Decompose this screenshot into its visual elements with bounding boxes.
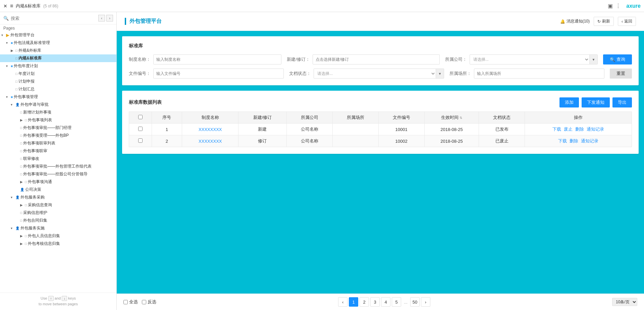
company-select-arrow: ▼ [589,55,597,64]
tree-item-matter-list[interactable]: ▶ □ 外包事项列表 [0,116,116,124]
menu-icon[interactable]: ≡ [10,3,13,9]
tree-item-laws[interactable]: ▾ ■ 外包法规及标准管理 [0,39,116,47]
company-select[interactable]: 请选择... [470,55,589,64]
page-btn-5[interactable]: 5 [392,297,401,307]
page-btn-2[interactable]: 2 [360,297,369,307]
footer-keys-text: keys [68,296,76,300]
tree-item-joint-modify[interactable]: □ 联审修改 [0,155,116,163]
export-button[interactable]: 导出 [612,97,632,107]
file-no-input[interactable] [153,69,284,79]
system-name-link[interactable]: XXXXXXXX [199,127,222,132]
action-link-通知记录[interactable]: 通知记录 [587,126,604,132]
location-input[interactable] [474,69,604,79]
nav-next-btn[interactable]: › [106,15,113,21]
notification-btn[interactable]: 🔔 消息通知(10) [560,18,590,24]
brand-logo: axure [626,3,641,9]
page-next-btn[interactable]: › [421,297,430,307]
action-link-下载[interactable]: 下载 [558,138,567,144]
folder-icon: ▶ [6,33,9,38]
tree-item-external-lib[interactable]: ▶ □ 外规&外标库 [0,47,116,54]
action-link-删除[interactable]: 删除 [570,138,578,144]
content-header: 外包管理平台 🔔 消息通知(10) ↻ 刷新 ‹ 返回 [117,12,644,31]
tree-item-approve-dept[interactable]: □ 外包事项审批——部门经理 [0,124,116,132]
tree-item-accept-bp[interactable]: □ 外包事项受理——外包BP [0,132,116,139]
row-checkbox [129,124,152,135]
tree-item-matters-mgmt[interactable]: ▾ ■ 外包事项管理 [0,93,116,101]
add-button[interactable]: 添加 [559,97,579,107]
tree-item-eval-info[interactable]: ▶ □ 外包考核信息归集 [0,240,116,248]
tree-item-internal-lib[interactable]: □ 内规&标准库 [0,54,116,62]
select-all-label[interactable]: 全选 [123,299,138,305]
pagination-bar: 全选 反选 ‹ 1 2 3 4 5 ... 50 › 10条/ [117,294,644,310]
form-actions-1: 🔍 查询 [603,54,632,64]
invert-select-checkbox[interactable] [142,300,146,304]
field-new-modify: 新建/修订： [287,54,439,64]
page-size-dropdown[interactable]: 10条/页 20条/页 50条/页 [612,298,637,306]
tree-item-contract-collect[interactable]: □ 外包合同归集 [0,217,116,224]
tree-item-approve-holding[interactable]: □ 外包事项审批——控股公司分管领导 [0,170,116,178]
page-size-select: 10条/页 20条/页 50条/页 [612,298,637,306]
tree-item-apply-approve[interactable]: ▾ 👤 外包申请与审批 [0,101,116,108]
new-modify-input[interactable] [313,54,440,64]
tree-item-plan-report[interactable]: □ 计划申报 [0,78,116,85]
sidebar-search-bar: 🔍 ‹ › [0,12,116,25]
action-link-通知记录[interactable]: 通知记录 [581,138,598,144]
table-actions: 添加 下发通知 导出 [559,97,632,107]
layout-icon[interactable]: ▣ [608,3,613,9]
nav-prev-btn[interactable]: ‹ [98,15,105,21]
tree-item-procurement-maintain[interactable]: □ 采购信息维护 [0,209,116,217]
tree-item-staff-info[interactable]: ▶ □ 外包人员信息归集 [0,232,116,240]
th-file-no: 文件编号 [378,112,424,124]
tree-item-annual-plan[interactable]: ▾ ■ 外包年度计划 [0,62,116,70]
select-all-checkbox-bottom[interactable] [123,300,128,304]
search-form: 制度名称： 新建/修订： 所属公司： [129,54,632,79]
bell-icon: 🔔 [560,19,565,24]
doc-status-select[interactable]: 请选择... [314,69,436,78]
tree-item-matter-comm[interactable]: ▶ □ 外包事项沟通 [0,178,116,186]
row-checkbox-input[interactable] [138,138,143,143]
close-icon[interactable]: ✕ [3,3,7,9]
tree-item-procurement[interactable]: ▾ 👤 外包服务采购 [0,193,116,201]
select-all-checkbox[interactable] [138,115,143,119]
arrow-icon: ▾ [11,195,15,199]
tree-item-year-plan[interactable]: □ 年度计划 [0,70,116,78]
page-btn-3[interactable]: 3 [370,297,380,307]
notify-button[interactable]: 下发通知 [582,97,610,107]
invert-select-label[interactable]: 反选 [142,299,156,305]
page-btn-1[interactable]: 1 [349,297,358,307]
doc-icon: □ [15,80,17,83]
search-input[interactable] [11,16,96,21]
action-link-废止[interactable]: 废止 [564,126,573,132]
row-checkbox-input[interactable] [138,127,143,131]
tree-item-plan-summary[interactable]: □ 计划汇总 [0,85,116,93]
page-btn-50[interactable]: 50 [410,297,420,307]
action-link-下载[interactable]: 下载 [552,126,561,132]
tree-item-joint-review[interactable]: □ 外包事项联审 [0,147,116,155]
row-effective-date: 2018-08-25 [424,135,479,147]
page-title: 外包管理平台 [125,18,162,25]
tree-item-approve-wg[interactable]: □ 外包事项审批——外包管理工作组代表 [0,163,116,170]
search-button[interactable]: 🔍 查询 [603,54,632,64]
doc-icon: □ [25,180,27,184]
page-prev-btn[interactable]: ‹ [338,297,347,307]
doc-icon: □ [20,126,22,130]
page-btn-4[interactable]: 4 [381,297,390,307]
system-name-input[interactable] [153,54,281,64]
back-button[interactable]: ‹ 返回 [618,17,636,26]
sort-icon[interactable]: ⇅ [460,116,462,120]
tree-item-company-decision[interactable]: 👤 公司决策 [0,186,116,193]
tree-item-platform[interactable]: ▾ ▶ 外包管理平台 [0,31,116,39]
row-seq: 2 [152,135,182,147]
refresh-button[interactable]: ↻ 刷新 [594,17,614,26]
tree-item-joint-review-list[interactable]: □ 外包事项联审列表 [0,139,116,147]
system-name-link[interactable]: XXXXXXXX [199,139,222,144]
doc-icon: □ [20,110,22,114]
tree-item-add-extra[interactable]: □ 新增计划外事项 [0,108,116,116]
table-card: 标准库数据列表 添加 下发通知 导出 序号 制度名称 新建/修订 [122,91,639,154]
tree-item-procurement-query[interactable]: ▶ □ 采购信息查询 [0,201,116,209]
tree-item-implementation[interactable]: ▾ 👤 外包服务实施 [0,224,116,232]
reset-button[interactable]: 重置 [610,69,632,79]
action-link-删除[interactable]: 删除 [575,126,584,132]
folder-icon: ■ [11,64,13,68]
more-icon[interactable]: ⋮ [615,3,621,9]
